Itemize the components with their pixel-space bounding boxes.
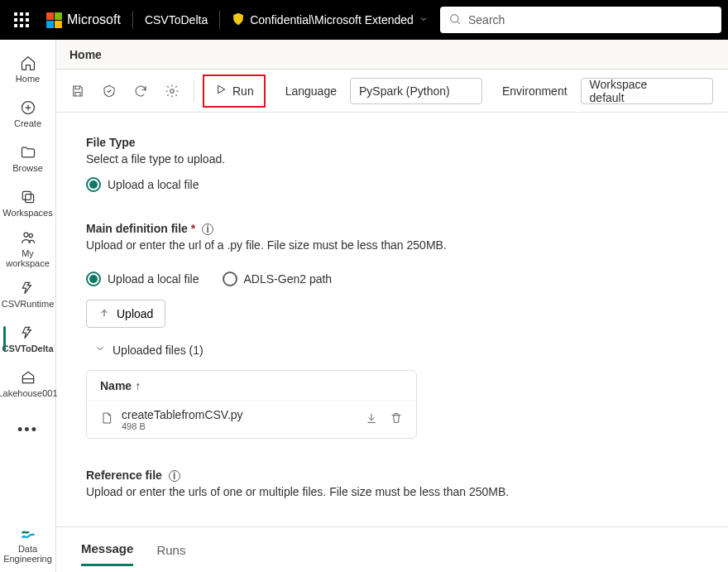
- rail-home[interactable]: Home: [3, 46, 53, 91]
- tab-runs[interactable]: Runs: [156, 535, 185, 565]
- run-button[interactable]: Run: [203, 75, 266, 108]
- plus-circle-icon: [19, 99, 37, 117]
- main-definition-section: Main definition file * i Upload or enter…: [86, 222, 698, 439]
- shield-icon: [232, 12, 245, 28]
- radio-icon: [223, 272, 237, 286]
- toolbar: Run Language PySpark (Python) Environmen…: [56, 70, 728, 113]
- bottom-tabs: Message Runs: [56, 526, 728, 572]
- main-def-local-radio[interactable]: Upload a local file: [86, 272, 199, 286]
- tab-message[interactable]: Message: [81, 533, 133, 566]
- search-icon: [448, 12, 462, 28]
- main-def-desc: Upload or enter the url of a .py file. F…: [86, 238, 698, 252]
- top-bar: Microsoft CSVToDelta Confidential\Micros…: [0, 0, 728, 40]
- app-launcher-icon[interactable]: [7, 5, 36, 35]
- file-name: createTablefromCSV.py: [122, 408, 357, 421]
- environment-dropdown[interactable]: Workspace default: [581, 78, 713, 104]
- folder-icon: [19, 143, 37, 161]
- refresh-button[interactable]: [127, 78, 154, 104]
- radio-selected-icon: [86, 272, 101, 286]
- search-placeholder: Search: [468, 13, 505, 26]
- language-dropdown[interactable]: PySpark (Python): [350, 78, 482, 104]
- left-rail: Home Create Browse Workspaces My workspa…: [0, 40, 56, 572]
- chevron-down-icon: [463, 84, 473, 98]
- file-type-title: File Type: [86, 136, 698, 149]
- info-icon[interactable]: i: [169, 470, 180, 482]
- rail-more[interactable]: •••: [3, 406, 53, 450]
- svg-point-5: [29, 233, 32, 237]
- radio-selected-icon: [86, 177, 101, 192]
- separator: [194, 79, 194, 103]
- upload-icon: [98, 307, 110, 321]
- spark-icon: [19, 279, 37, 297]
- rail-workspaces[interactable]: Workspaces: [3, 180, 53, 225]
- play-icon: [214, 83, 228, 99]
- divider: [132, 11, 133, 29]
- confidentiality-picker[interactable]: Confidential\Microsoft Extended: [232, 12, 429, 28]
- file-size: 498 B: [122, 421, 357, 431]
- uploaded-files-toggle[interactable]: Uploaded files (1): [94, 343, 698, 357]
- spark-icon: [19, 324, 37, 342]
- breadcrumb[interactable]: Home: [56, 40, 728, 70]
- app-name[interactable]: CSVToDelta: [145, 13, 208, 26]
- main-panel: File Type Select a file type to upload. …: [56, 113, 728, 572]
- chevron-down-icon: [94, 343, 106, 357]
- uploaded-files-table: Name ↑ createTablefromCSV.py 498 B: [86, 370, 417, 439]
- more-icon: •••: [17, 422, 38, 437]
- brand-text: Microsoft: [67, 12, 121, 27]
- file-type-section: File Type Select a file type to upload. …: [86, 136, 698, 192]
- main-def-title: Main definition file * i: [86, 222, 698, 235]
- save-button[interactable]: [65, 78, 91, 104]
- svg-point-4: [24, 233, 28, 237]
- main-def-adls-radio[interactable]: ADLS-Gen2 path: [223, 272, 333, 286]
- workspaces-icon: [19, 188, 37, 206]
- settings-button[interactable]: [159, 78, 185, 104]
- sort-asc-icon: ↑: [135, 379, 141, 392]
- file-icon: [100, 411, 113, 429]
- download-icon[interactable]: [365, 411, 378, 428]
- rail-lakehouse[interactable]: Lakehouse001: [3, 361, 53, 406]
- delete-icon[interactable]: [390, 411, 403, 428]
- file-type-local-radio[interactable]: Upload a local file: [86, 177, 698, 192]
- rail-csvtodelta[interactable]: CSVToDelta: [3, 316, 53, 361]
- ref-title: Reference file i: [86, 469, 698, 482]
- svg-point-0: [451, 14, 458, 22]
- reference-file-section: Reference file i Upload or enter the url…: [86, 469, 698, 498]
- chevron-down-icon: [694, 84, 704, 98]
- people-icon: [19, 228, 37, 247]
- divider: [219, 11, 220, 29]
- table-row: createTablefromCSV.py 498 B: [87, 401, 416, 438]
- search-input[interactable]: Search: [440, 7, 721, 33]
- upload-button[interactable]: Upload: [86, 300, 165, 328]
- rail-data-engineering[interactable]: Data Engineering: [3, 521, 53, 567]
- file-type-desc: Select a file type to upload.: [86, 152, 698, 166]
- language-label: Language: [285, 84, 337, 98]
- column-name-header[interactable]: Name ↑: [87, 371, 416, 401]
- svg-rect-3: [25, 195, 33, 203]
- svg-rect-2: [22, 191, 31, 199]
- microsoft-logo: Microsoft: [46, 12, 121, 28]
- rail-csvruntime[interactable]: CSVRuntime: [3, 272, 53, 316]
- svg-point-6: [170, 89, 175, 93]
- lakehouse-icon: [19, 368, 37, 387]
- home-icon: [19, 54, 37, 72]
- chevron-down-icon: [419, 13, 429, 26]
- environment-label: Environment: [502, 84, 568, 98]
- confidentiality-label: Confidential\Microsoft Extended: [250, 13, 414, 26]
- rail-browse[interactable]: Browse: [3, 136, 53, 180]
- info-icon[interactable]: i: [202, 224, 213, 235]
- validate-button[interactable]: [96, 78, 122, 104]
- data-engineering-icon: [19, 524, 37, 542]
- ref-desc: Upload or enter the urls of one or multi…: [86, 485, 698, 498]
- rail-my-workspace[interactable]: My workspace: [3, 225, 53, 272]
- rail-create[interactable]: Create: [3, 91, 53, 136]
